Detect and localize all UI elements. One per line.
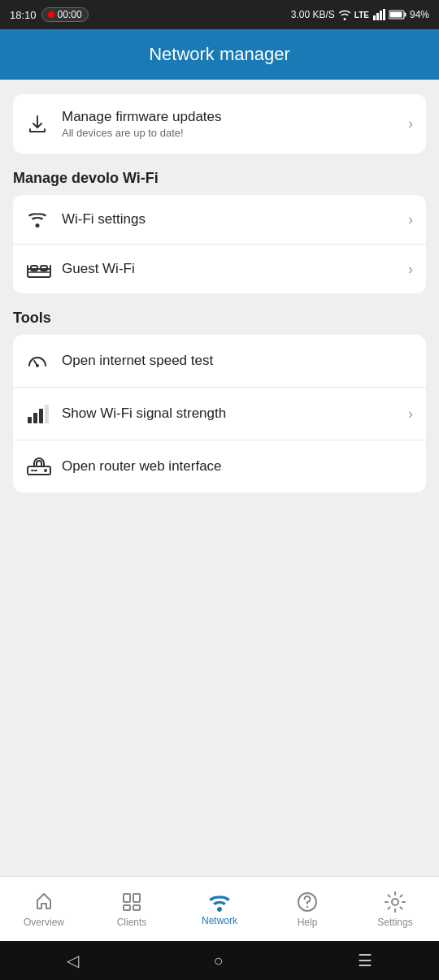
wifi-status-icon [338, 9, 351, 20]
guest-wifi-chevron-icon: › [408, 261, 413, 278]
router-web-title: Open router web interface [62, 458, 413, 475]
wifi-settings-chevron-icon: › [408, 211, 413, 228]
bottom-nav: Overview Clients Network Help [0, 876, 439, 941]
svg-point-24 [392, 899, 398, 905]
status-bar: 18:10 00:00 3.00 KB/S LTE 94% [0, 0, 439, 29]
firmware-chevron-icon: › [408, 115, 413, 132]
nav-help-label: Help [298, 917, 318, 928]
svg-rect-17 [124, 894, 130, 902]
tools-card: Open internet speed test Show Wi-Fi sign… [13, 335, 426, 492]
wifi-settings-item[interactable]: Wi-Fi settings › [13, 195, 426, 245]
svg-rect-14 [45, 405, 49, 423]
svg-rect-12 [33, 413, 37, 423]
svg-point-23 [306, 905, 308, 907]
guest-wifi-title: Guest Wi-Fi [62, 261, 402, 277]
wifi-settings-text: Wi-Fi settings [62, 211, 402, 228]
nav-settings-label: Settings [377, 917, 412, 928]
android-nav-bar: ◁ ○ ☰ [0, 941, 439, 980]
nav-network-label: Network [202, 915, 237, 926]
battery-percent: 94% [410, 9, 429, 20]
signal-bars-icon [26, 402, 62, 425]
network-wifi-icon [208, 892, 231, 912]
signal-strength-chevron-icon: › [408, 405, 413, 423]
rec-dot-icon [48, 11, 54, 18]
help-icon [296, 891, 319, 913]
android-back-icon[interactable]: ◁ [67, 951, 79, 970]
firmware-title: Manage firmware updates [62, 109, 402, 125]
svg-point-21 [218, 907, 222, 911]
app-header: Network manager [0, 29, 439, 80]
guest-wifi-text: Guest Wi-Fi [62, 261, 402, 277]
nav-item-settings[interactable]: Settings [371, 891, 419, 928]
speed-test-title: Open internet speed test [62, 353, 413, 369]
recording-timer: 00:00 [58, 9, 82, 20]
firmware-card: Manage firmware updates All devices are … [13, 94, 426, 154]
svg-rect-19 [124, 905, 130, 910]
speed-test-text: Open internet speed test [62, 353, 413, 369]
page-title: Network manager [13, 44, 426, 65]
speedometer-icon [26, 349, 62, 372]
download-icon [26, 113, 62, 136]
signal-strength-text: Show Wi-Fi signal strength [62, 405, 402, 422]
signal-strength-title: Show Wi-Fi signal strength [62, 405, 402, 422]
svg-rect-18 [133, 894, 140, 902]
guest-wifi-icon [26, 259, 62, 279]
svg-rect-5 [404, 13, 406, 17]
wifi-settings-title: Wi-Fi settings [62, 211, 402, 228]
wifi-section-label: Manage devolo Wi-Fi [13, 170, 426, 187]
nav-item-network[interactable]: Network [195, 892, 244, 926]
nav-overview-label: Overview [24, 917, 64, 928]
clients-icon [120, 891, 143, 913]
speed-test-item[interactable]: Open internet speed test [13, 335, 426, 388]
wifi-icon [26, 210, 62, 229]
battery-icon [389, 10, 406, 20]
nav-item-overview[interactable]: Overview [20, 891, 68, 928]
network-speed: 3.00 KB/S [291, 9, 335, 20]
recording-badge: 00:00 [41, 7, 89, 22]
wifi-card: Wi-Fi settings › Guest Wi-Fi › [13, 195, 426, 293]
overview-icon [33, 891, 55, 913]
svg-point-10 [36, 364, 39, 367]
signal-icon [372, 9, 385, 20]
signal-strength-item[interactable]: Show Wi-Fi signal strength › [13, 388, 426, 440]
svg-rect-2 [380, 11, 382, 20]
firmware-subtitle: All devices are up to date! [62, 127, 402, 139]
status-indicators: 3.00 KB/S LTE 94% [291, 9, 429, 20]
svg-rect-6 [389, 12, 402, 18]
router-web-text: Open router web interface [62, 458, 413, 475]
router-web-item[interactable]: Open router web interface [13, 440, 426, 492]
firmware-text: Manage firmware updates All devices are … [62, 109, 402, 139]
svg-rect-11 [28, 417, 32, 423]
guest-wifi-item[interactable]: Guest Wi-Fi › [13, 245, 426, 293]
lte-icon: LTE [354, 11, 369, 20]
svg-rect-0 [373, 15, 376, 20]
svg-point-16 [44, 469, 47, 472]
status-time: 18:10 [10, 9, 37, 21]
tools-section-label: Tools [13, 310, 426, 327]
nav-item-clients[interactable]: Clients [107, 891, 156, 928]
nav-item-help[interactable]: Help [283, 891, 332, 928]
main-content: Manage firmware updates All devices are … [0, 80, 439, 876]
android-home-icon[interactable]: ○ [213, 952, 223, 970]
settings-gear-icon [384, 891, 406, 913]
svg-rect-1 [376, 13, 379, 20]
nav-clients-label: Clients [117, 917, 147, 928]
svg-rect-13 [39, 409, 43, 423]
svg-rect-20 [133, 905, 140, 910]
firmware-update-item[interactable]: Manage firmware updates All devices are … [13, 94, 426, 154]
svg-rect-3 [383, 9, 385, 20]
router-icon [26, 455, 62, 478]
android-recent-icon[interactable]: ☰ [358, 951, 372, 970]
